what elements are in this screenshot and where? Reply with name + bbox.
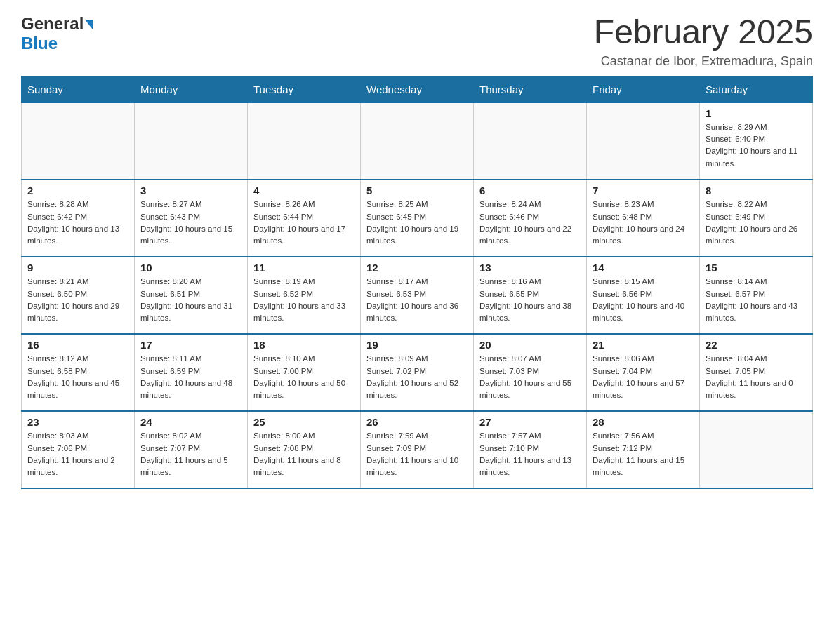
- day-number: 8: [706, 185, 807, 196]
- weekday-header-sunday: Sunday: [22, 76, 135, 102]
- calendar-week-1: 2Sunrise: 8:28 AM Sunset: 6:42 PM Daylig…: [22, 180, 813, 257]
- day-info: Sunrise: 8:04 AM Sunset: 7:05 PM Dayligh…: [706, 353, 807, 401]
- logo-general-text: General: [21, 14, 84, 34]
- calendar-cell: [587, 102, 700, 180]
- day-number: 16: [27, 339, 128, 351]
- day-number: 6: [479, 185, 581, 196]
- page-header: General Blue February 2025 Castanar de I…: [21, 14, 813, 69]
- day-number: 25: [253, 416, 355, 428]
- calendar-cell: 27Sunrise: 7:57 AM Sunset: 7:10 PM Dayli…: [474, 411, 587, 488]
- day-number: 5: [366, 185, 468, 196]
- calendar-header: SundayMondayTuesdayWednesdayThursdayFrid…: [22, 76, 813, 102]
- day-number: 14: [593, 262, 694, 274]
- day-number: 21: [593, 339, 694, 351]
- day-info: Sunrise: 8:16 AM Sunset: 6:55 PM Dayligh…: [479, 276, 581, 324]
- page-subtitle: Castanar de Ibor, Extremadura, Spain: [594, 54, 813, 69]
- day-number: 18: [253, 339, 355, 351]
- day-info: Sunrise: 8:22 AM Sunset: 6:49 PM Dayligh…: [706, 199, 807, 247]
- day-number: 2: [27, 185, 128, 196]
- calendar-cell: 4Sunrise: 8:26 AM Sunset: 6:44 PM Daylig…: [248, 180, 361, 257]
- day-number: 22: [706, 339, 807, 351]
- calendar-cell: 23Sunrise: 8:03 AM Sunset: 7:06 PM Dayli…: [22, 411, 135, 488]
- calendar-cell: 18Sunrise: 8:10 AM Sunset: 7:00 PM Dayli…: [248, 334, 361, 411]
- weekday-header-tuesday: Tuesday: [248, 76, 361, 102]
- day-info: Sunrise: 7:59 AM Sunset: 7:09 PM Dayligh…: [366, 430, 468, 478]
- calendar-cell: 10Sunrise: 8:20 AM Sunset: 6:51 PM Dayli…: [135, 257, 248, 334]
- day-info: Sunrise: 8:17 AM Sunset: 6:53 PM Dayligh…: [366, 276, 468, 324]
- day-number: 13: [479, 262, 581, 274]
- calendar-table: SundayMondayTuesdayWednesdayThursdayFrid…: [21, 76, 813, 490]
- title-block: February 2025 Castanar de Ibor, Extremad…: [594, 14, 813, 69]
- day-number: 15: [706, 262, 807, 274]
- day-info: Sunrise: 8:24 AM Sunset: 6:46 PM Dayligh…: [479, 199, 581, 247]
- logo-triangle-icon: [85, 20, 93, 29]
- calendar-cell: [22, 102, 135, 180]
- calendar-cell: 8Sunrise: 8:22 AM Sunset: 6:49 PM Daylig…: [700, 180, 813, 257]
- day-info: Sunrise: 8:09 AM Sunset: 7:02 PM Dayligh…: [366, 353, 468, 401]
- day-info: Sunrise: 8:02 AM Sunset: 7:07 PM Dayligh…: [140, 430, 241, 478]
- day-number: 11: [253, 262, 355, 274]
- day-info: Sunrise: 8:29 AM Sunset: 6:40 PM Dayligh…: [706, 121, 807, 170]
- weekday-header-thursday: Thursday: [474, 76, 587, 102]
- day-info: Sunrise: 8:25 AM Sunset: 6:45 PM Dayligh…: [366, 199, 468, 247]
- day-info: Sunrise: 8:28 AM Sunset: 6:42 PM Dayligh…: [27, 199, 128, 247]
- day-number: 7: [593, 185, 694, 196]
- day-info: Sunrise: 8:03 AM Sunset: 7:06 PM Dayligh…: [27, 430, 128, 478]
- day-info: Sunrise: 7:56 AM Sunset: 7:12 PM Dayligh…: [593, 430, 694, 478]
- day-info: Sunrise: 8:19 AM Sunset: 6:52 PM Dayligh…: [253, 276, 355, 324]
- day-info: Sunrise: 8:23 AM Sunset: 6:48 PM Dayligh…: [593, 199, 694, 247]
- day-number: 3: [140, 185, 241, 196]
- day-info: Sunrise: 8:26 AM Sunset: 6:44 PM Dayligh…: [253, 199, 355, 247]
- calendar-cell: 28Sunrise: 7:56 AM Sunset: 7:12 PM Dayli…: [587, 411, 700, 488]
- day-info: Sunrise: 8:15 AM Sunset: 6:56 PM Dayligh…: [593, 276, 694, 324]
- day-number: 4: [253, 185, 355, 196]
- weekday-header-row: SundayMondayTuesdayWednesdayThursdayFrid…: [22, 76, 813, 102]
- calendar-week-4: 23Sunrise: 8:03 AM Sunset: 7:06 PM Dayli…: [22, 411, 813, 488]
- calendar-cell: 11Sunrise: 8:19 AM Sunset: 6:52 PM Dayli…: [248, 257, 361, 334]
- calendar-cell: [700, 411, 813, 488]
- calendar-cell: [135, 102, 248, 180]
- day-info: Sunrise: 8:20 AM Sunset: 6:51 PM Dayligh…: [140, 276, 241, 324]
- weekday-header-saturday: Saturday: [700, 76, 813, 102]
- calendar-week-0: 1Sunrise: 8:29 AM Sunset: 6:40 PM Daylig…: [22, 102, 813, 180]
- calendar-body: 1Sunrise: 8:29 AM Sunset: 6:40 PM Daylig…: [22, 102, 813, 488]
- weekday-header-wednesday: Wednesday: [361, 76, 474, 102]
- day-number: 24: [140, 416, 241, 428]
- day-info: Sunrise: 8:00 AM Sunset: 7:08 PM Dayligh…: [253, 430, 355, 478]
- calendar-cell: 9Sunrise: 8:21 AM Sunset: 6:50 PM Daylig…: [22, 257, 135, 334]
- calendar-cell: 3Sunrise: 8:27 AM Sunset: 6:43 PM Daylig…: [135, 180, 248, 257]
- calendar-week-3: 16Sunrise: 8:12 AM Sunset: 6:58 PM Dayli…: [22, 334, 813, 411]
- day-info: Sunrise: 8:07 AM Sunset: 7:03 PM Dayligh…: [479, 353, 581, 401]
- day-number: 23: [27, 416, 128, 428]
- calendar-week-2: 9Sunrise: 8:21 AM Sunset: 6:50 PM Daylig…: [22, 257, 813, 334]
- day-number: 26: [366, 416, 468, 428]
- day-number: 9: [27, 262, 128, 274]
- calendar-cell: 16Sunrise: 8:12 AM Sunset: 6:58 PM Dayli…: [22, 334, 135, 411]
- logo-blue-text: Blue: [21, 34, 58, 53]
- day-number: 20: [479, 339, 581, 351]
- calendar-cell: 25Sunrise: 8:00 AM Sunset: 7:08 PM Dayli…: [248, 411, 361, 488]
- logo: General Blue: [21, 14, 93, 53]
- calendar-cell: [474, 102, 587, 180]
- calendar-cell: 1Sunrise: 8:29 AM Sunset: 6:40 PM Daylig…: [700, 102, 813, 180]
- calendar-cell: 19Sunrise: 8:09 AM Sunset: 7:02 PM Dayli…: [361, 334, 474, 411]
- calendar-cell: [248, 102, 361, 180]
- day-info: Sunrise: 7:57 AM Sunset: 7:10 PM Dayligh…: [479, 430, 581, 478]
- day-number: 10: [140, 262, 241, 274]
- calendar-cell: 20Sunrise: 8:07 AM Sunset: 7:03 PM Dayli…: [474, 334, 587, 411]
- calendar-cell: 26Sunrise: 7:59 AM Sunset: 7:09 PM Dayli…: [361, 411, 474, 488]
- calendar-cell: 15Sunrise: 8:14 AM Sunset: 6:57 PM Dayli…: [700, 257, 813, 334]
- day-number: 12: [366, 262, 468, 274]
- calendar-cell: 22Sunrise: 8:04 AM Sunset: 7:05 PM Dayli…: [700, 334, 813, 411]
- calendar-cell: 17Sunrise: 8:11 AM Sunset: 6:59 PM Dayli…: [135, 334, 248, 411]
- calendar-cell: 21Sunrise: 8:06 AM Sunset: 7:04 PM Dayli…: [587, 334, 700, 411]
- day-number: 28: [593, 416, 694, 428]
- weekday-header-friday: Friday: [587, 76, 700, 102]
- day-number: 27: [479, 416, 581, 428]
- day-info: Sunrise: 8:11 AM Sunset: 6:59 PM Dayligh…: [140, 353, 241, 401]
- day-info: Sunrise: 8:10 AM Sunset: 7:00 PM Dayligh…: [253, 353, 355, 401]
- day-number: 17: [140, 339, 241, 351]
- day-info: Sunrise: 8:14 AM Sunset: 6:57 PM Dayligh…: [706, 276, 807, 324]
- day-number: 19: [366, 339, 468, 351]
- day-info: Sunrise: 8:06 AM Sunset: 7:04 PM Dayligh…: [593, 353, 694, 401]
